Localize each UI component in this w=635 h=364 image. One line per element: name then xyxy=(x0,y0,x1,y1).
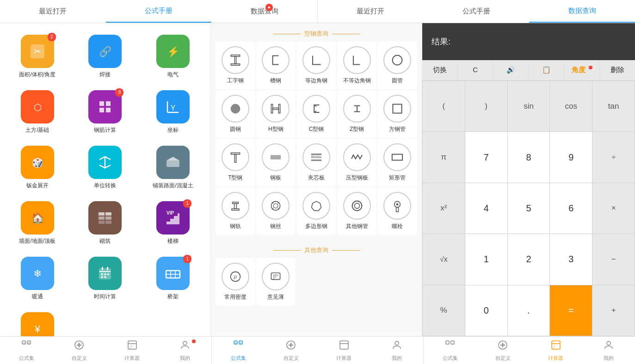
app-time-calc[interactable]: 时间计算 xyxy=(73,252,138,305)
nav-formula-set-right[interactable]: ab 公式集 xyxy=(212,337,265,364)
steel-grid: 工字钢 槽钢 等边角钢 xyxy=(211,42,422,240)
tab-formula-right[interactable]: 公式手册 xyxy=(424,0,530,23)
nav-mine-calc[interactable]: 我的 xyxy=(582,337,635,364)
calc-btn-9[interactable]: 9 xyxy=(550,132,592,182)
app-sheetmetal[interactable]: 🎲 钣金展开 xyxy=(5,141,70,194)
calc-btn-sin[interactable]: sin xyxy=(508,81,550,131)
app-wall[interactable]: 🏠 墙面/地面/顶板 xyxy=(5,197,70,250)
steel-i-beam[interactable]: 工字钢 xyxy=(216,42,255,89)
calc-btn-divide[interactable]: ÷ xyxy=(592,132,635,182)
calc-btn-6[interactable]: 6 xyxy=(550,183,592,234)
calc-clear-btn[interactable]: C xyxy=(458,60,493,80)
calc-switch-btn[interactable]: 切换 xyxy=(422,60,458,80)
app-unit-convert[interactable]: 单位转换 xyxy=(73,141,138,194)
nav-mine-right[interactable]: 我的 xyxy=(370,337,423,364)
calc-btn-sqrt[interactable]: √x xyxy=(423,234,465,284)
calc-btn-7[interactable]: 7 xyxy=(465,132,507,182)
steel-profiled-plate[interactable]: 压型钢板 xyxy=(337,139,377,186)
app-icon-sheetmetal: 🎲 xyxy=(21,146,54,179)
tab-data-right[interactable]: 数据查询 xyxy=(529,0,635,23)
calc-delete-btn[interactable]: 删除 xyxy=(600,60,635,80)
app-pavement[interactable]: 铺装路面/混凝土 xyxy=(140,141,206,194)
nav-custom-right[interactable]: 自定义 xyxy=(265,337,317,364)
calc-btn-tan[interactable]: tan xyxy=(592,81,635,131)
steel-square-pipe[interactable]: 方钢管 xyxy=(377,90,417,138)
svg-rect-59 xyxy=(311,154,321,155)
nav-mine-left[interactable]: 我的 xyxy=(159,337,211,364)
calc-sound-btn[interactable]: 🔊 xyxy=(493,60,529,80)
formula-set-icon-calc xyxy=(444,339,456,353)
app-area-volume-angle[interactable]: ✂ 2 面积/体积/角度 xyxy=(5,30,70,83)
calc-btn-minus[interactable]: − xyxy=(592,234,635,284)
app-hvac[interactable]: ❄ 暖通 xyxy=(5,252,70,305)
nav-dot-badge xyxy=(192,339,196,343)
tab-recent-left[interactable]: 最近打开 xyxy=(0,0,106,23)
calc-btn-percent[interactable]: % xyxy=(423,285,465,336)
steel-rect-pipe[interactable]: 矩形管 xyxy=(377,139,417,186)
app-icon-masonry xyxy=(88,201,122,234)
svg-rect-22 xyxy=(166,222,170,224)
nav-formula-set-calc[interactable]: 公式集 xyxy=(424,337,476,364)
svg-rect-24 xyxy=(174,216,178,224)
steel-unequal-angle[interactable]: 不等边角钢 xyxy=(337,42,377,89)
app-earthwork[interactable]: ⬡ 土方/基础 xyxy=(5,86,70,139)
calc-btn-5[interactable]: 5 xyxy=(508,183,550,234)
steel-z-section[interactable]: Z型钢 xyxy=(337,90,377,138)
steel-t-section[interactable]: T型钢 xyxy=(216,139,255,186)
calc-btn-close-paren[interactable]: ) xyxy=(465,81,507,131)
app-coordinate[interactable]: Y 坐标 xyxy=(140,86,206,139)
middle-panel: 型钢查询 工字钢 xyxy=(210,23,422,336)
steel-wire[interactable]: 钢丝 xyxy=(256,187,296,235)
steel-channel[interactable]: 槽钢 xyxy=(256,42,296,89)
calc-btn-square[interactable]: x² xyxy=(423,183,465,234)
nav-custom-left[interactable]: 自定义 xyxy=(53,337,105,364)
steel-c-section[interactable]: C型钢 xyxy=(296,90,336,138)
tab-formula-left[interactable]: 公式手册 xyxy=(106,0,212,23)
calc-btn-multiply[interactable]: × xyxy=(592,183,635,234)
nav-custom-calc[interactable]: 自定义 xyxy=(476,337,529,364)
calc-btn-3[interactable]: 3 xyxy=(550,234,592,284)
custom-icon-right xyxy=(285,339,296,353)
steel-plate[interactable]: 钢板 xyxy=(256,139,296,186)
calc-btn-dot[interactable]: . xyxy=(508,285,550,336)
tab-data-left[interactable]: 数据查询 ● xyxy=(211,0,317,23)
steel-rail[interactable]: 钢轨 xyxy=(216,187,255,235)
polygon-icon xyxy=(302,192,330,220)
steel-bolt[interactable]: 螺栓 xyxy=(377,187,417,235)
app-electric[interactable]: ⚡ 电气 xyxy=(140,30,206,83)
calc-btn-cos[interactable]: cos xyxy=(550,81,592,131)
calc-btn-pi[interactable]: π xyxy=(423,132,465,182)
calc-btn-4[interactable]: 4 xyxy=(465,183,507,234)
steel-equal-angle[interactable]: 等边角钢 xyxy=(296,42,336,89)
calc-btn-8[interactable]: 8 xyxy=(508,132,550,182)
calc-btn-0[interactable]: 0 xyxy=(465,285,507,336)
feedback[interactable]: 意见薄 xyxy=(256,258,296,306)
nav-calculator-right[interactable]: 计算器 xyxy=(318,337,370,364)
steel-sandwich[interactable]: 夹芯板 xyxy=(296,139,336,186)
tab-recent-right[interactable]: 最近打开 xyxy=(318,0,424,23)
calc-btn-plus[interactable]: + xyxy=(592,285,635,336)
app-cable-tray[interactable]: 1 桥架 xyxy=(140,252,206,305)
nav-calculator-calc[interactable]: ÷×+- 计算器 xyxy=(530,337,582,364)
calc-history-btn[interactable]: 📋 xyxy=(529,60,564,80)
calc-btn-1[interactable]: 1 xyxy=(465,234,507,284)
app-masonry[interactable]: 砌筑 xyxy=(73,197,138,250)
nav-calculator-left[interactable]: ÷×+- 计算器 xyxy=(106,337,159,364)
profiled-plate-icon xyxy=(343,143,371,171)
steel-h-beam[interactable]: H型钢 xyxy=(256,90,296,138)
app-stairs[interactable]: VIP 1 楼梯 xyxy=(140,197,206,250)
calc-angle-btn[interactable]: 角度 xyxy=(564,60,600,80)
nav-formula-set-left[interactable]: ab 公式集 xyxy=(0,337,53,364)
steel-polygon[interactable]: 多边形钢 xyxy=(296,187,336,235)
calc-btn-2[interactable]: 2 xyxy=(508,234,550,284)
steel-round-pipe[interactable]: 圆管 xyxy=(377,42,417,89)
app-cost[interactable]: ¥ xyxy=(5,308,70,336)
app-welding[interactable]: 🔗 焊接 xyxy=(73,30,138,83)
app-rebar[interactable]: 8 钢筋计算 xyxy=(73,86,138,139)
steel-round-bar[interactable]: 圆钢 xyxy=(216,90,255,138)
common-density[interactable]: ρ 常用密度 xyxy=(216,258,255,306)
calc-btn-equals[interactable]: = xyxy=(550,285,592,336)
steel-other-pipe[interactable]: 其他钢管 xyxy=(337,187,377,235)
calc-btn-open-paren[interactable]: ( xyxy=(423,81,465,131)
app-icon-time xyxy=(88,257,122,290)
